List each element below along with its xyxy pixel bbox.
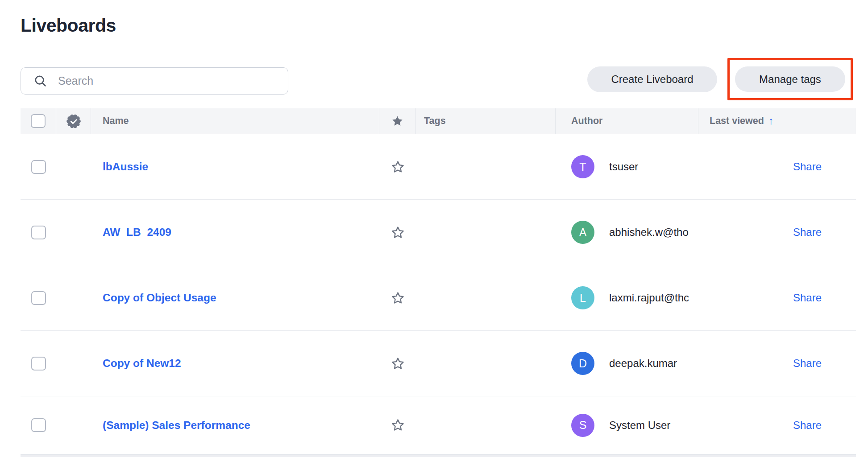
row-author-cell: D deepak.kumar bbox=[556, 331, 698, 396]
search-box[interactable] bbox=[21, 67, 288, 95]
select-all-header bbox=[21, 108, 56, 134]
row-checkbox-cell bbox=[21, 265, 56, 330]
row-verified-cell bbox=[56, 331, 91, 396]
search-icon bbox=[33, 74, 47, 88]
row-verified-cell bbox=[56, 396, 91, 454]
row-tags-cell bbox=[416, 331, 556, 396]
table-row: AW_LB_2409 A abhishek.w@tho Share bbox=[21, 200, 856, 265]
avatar: L bbox=[571, 286, 594, 309]
create-liveboard-button[interactable]: Create Liveboard bbox=[587, 66, 717, 92]
row-verified-cell bbox=[56, 200, 91, 265]
row-name-cell: AW_LB_2409 bbox=[91, 200, 379, 265]
table-row: Copy of Object Usage L laxmi.rajput@thc … bbox=[21, 265, 856, 331]
favorite-toggle[interactable] bbox=[391, 357, 405, 371]
row-last-viewed-cell: Share bbox=[698, 265, 856, 330]
row-checkbox-cell bbox=[21, 331, 56, 396]
row-tags-cell bbox=[416, 396, 556, 454]
favorite-toggle[interactable] bbox=[391, 226, 405, 239]
sort-ascending-icon: ↑ bbox=[768, 115, 774, 127]
row-checkbox-cell bbox=[21, 200, 56, 265]
row-checkbox[interactable] bbox=[31, 160, 46, 174]
row-verified-cell bbox=[56, 134, 91, 199]
table-body: lbAussie T tsuser Share AW_LB_2409 bbox=[21, 134, 856, 454]
star-outline-icon bbox=[391, 160, 405, 174]
tags-column-header[interactable]: Tags bbox=[416, 108, 556, 134]
verified-column-header bbox=[56, 108, 91, 134]
liveboard-name-link[interactable]: Copy of Object Usage bbox=[103, 292, 216, 304]
row-favorite-cell bbox=[379, 134, 416, 199]
liveboard-name-link[interactable]: lbAussie bbox=[103, 161, 148, 173]
row-favorite-cell bbox=[379, 200, 416, 265]
liveboard-name-link[interactable]: Copy of New12 bbox=[103, 357, 181, 370]
row-name-cell: (Sample) Sales Performance bbox=[91, 396, 379, 454]
share-link[interactable]: Share bbox=[793, 226, 822, 239]
table-footer-strip bbox=[21, 454, 856, 457]
row-checkbox[interactable] bbox=[31, 418, 46, 432]
row-tags-cell bbox=[416, 265, 556, 330]
avatar: D bbox=[571, 352, 594, 375]
liveboard-name-link[interactable]: (Sample) Sales Performance bbox=[103, 419, 250, 432]
author-header-label: Author bbox=[571, 115, 602, 127]
avatar: T bbox=[571, 155, 594, 178]
row-author-cell: A abhishek.w@tho bbox=[556, 200, 698, 265]
row-author-cell: L laxmi.rajput@thc bbox=[556, 265, 698, 330]
table-row: (Sample) Sales Performance S System User… bbox=[21, 396, 856, 454]
star-outline-icon bbox=[391, 226, 405, 239]
row-checkbox[interactable] bbox=[31, 226, 46, 239]
row-favorite-cell bbox=[379, 265, 416, 330]
row-last-viewed-cell: Share bbox=[698, 396, 856, 454]
name-header-label: Name bbox=[103, 115, 129, 127]
share-link[interactable]: Share bbox=[793, 419, 822, 432]
star-outline-icon bbox=[391, 357, 405, 371]
row-tags-cell bbox=[416, 134, 556, 199]
row-favorite-cell bbox=[379, 396, 416, 454]
author-name: System User bbox=[609, 419, 670, 432]
liveboard-name-link[interactable]: AW_LB_2409 bbox=[103, 226, 171, 239]
manage-tags-button[interactable]: Manage tags bbox=[735, 66, 845, 92]
row-checkbox-cell bbox=[21, 396, 56, 454]
select-all-checkbox[interactable] bbox=[31, 114, 46, 128]
last-viewed-column-header[interactable]: Last viewed ↑ bbox=[698, 108, 856, 134]
avatar: A bbox=[571, 221, 594, 244]
row-checkbox[interactable] bbox=[31, 291, 46, 305]
row-name-cell: lbAussie bbox=[91, 134, 379, 199]
share-link[interactable]: Share bbox=[793, 292, 822, 304]
verified-badge-icon bbox=[65, 113, 82, 130]
liveboards-table: Name Tags Author Last viewed ↑ l bbox=[21, 108, 856, 457]
name-column-header[interactable]: Name bbox=[91, 108, 379, 134]
table-header-row: Name Tags Author Last viewed ↑ bbox=[21, 108, 856, 134]
row-last-viewed-cell: Share bbox=[698, 134, 856, 199]
share-link[interactable]: Share bbox=[793, 357, 822, 370]
highlight-annotation-box: Manage tags bbox=[727, 58, 853, 100]
author-name: tsuser bbox=[609, 161, 638, 173]
row-last-viewed-cell: Share bbox=[698, 200, 856, 265]
table-row: lbAussie T tsuser Share bbox=[21, 134, 856, 200]
row-checkbox[interactable] bbox=[31, 357, 46, 371]
tags-header-label: Tags bbox=[424, 115, 446, 127]
row-author-cell: S System User bbox=[556, 396, 698, 454]
star-outline-icon bbox=[391, 418, 405, 432]
row-verified-cell bbox=[56, 265, 91, 330]
avatar: S bbox=[571, 414, 594, 437]
row-checkbox-cell bbox=[21, 134, 56, 199]
row-name-cell: Copy of Object Usage bbox=[91, 265, 379, 330]
star-filled-icon bbox=[391, 115, 403, 127]
author-column-header[interactable]: Author bbox=[556, 108, 698, 134]
row-name-cell: Copy of New12 bbox=[91, 331, 379, 396]
row-last-viewed-cell: Share bbox=[698, 331, 856, 396]
row-author-cell: T tsuser bbox=[556, 134, 698, 199]
author-name: deepak.kumar bbox=[609, 357, 677, 370]
page-title: Liveboards bbox=[21, 15, 116, 36]
share-link[interactable]: Share bbox=[793, 161, 822, 173]
search-input[interactable] bbox=[57, 74, 273, 88]
favorite-toggle[interactable] bbox=[391, 160, 405, 174]
favorite-toggle[interactable] bbox=[391, 418, 405, 432]
favorite-toggle[interactable] bbox=[391, 291, 405, 305]
star-outline-icon bbox=[391, 291, 405, 305]
row-tags-cell bbox=[416, 200, 556, 265]
favorite-column-header bbox=[379, 108, 416, 134]
row-favorite-cell bbox=[379, 331, 416, 396]
author-name: abhishek.w@tho bbox=[609, 226, 689, 239]
author-name: laxmi.rajput@thc bbox=[609, 292, 689, 304]
liveboards-page: Liveboards Create Liveboard Manage tags bbox=[0, 0, 868, 457]
